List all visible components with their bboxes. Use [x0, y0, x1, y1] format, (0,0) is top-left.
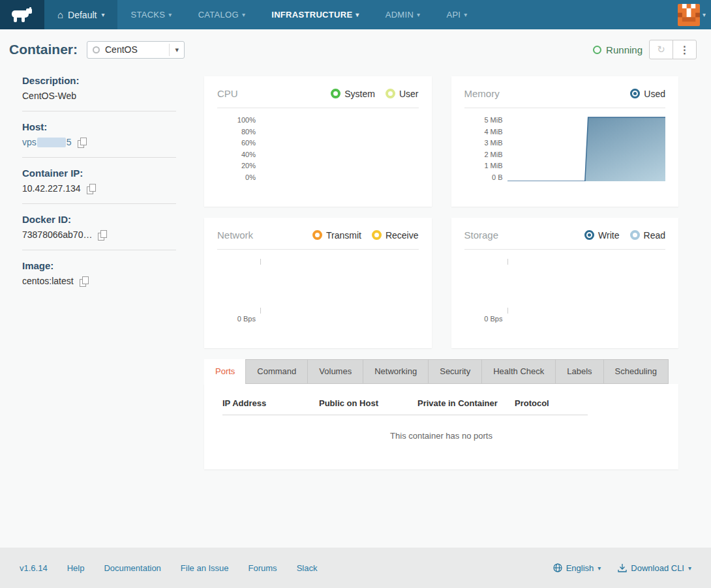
rancher-logo[interactable] [0, 0, 44, 29]
footer: v1.6.14 Help Documentation File an Issue… [0, 548, 711, 588]
chevron-down-icon: ▾ [703, 11, 706, 18]
slack-link[interactable]: Slack [297, 563, 318, 573]
legend-label: Receive [386, 230, 419, 241]
host-name-prefix: vps [22, 137, 37, 147]
status-label: Running [606, 44, 643, 55]
chart-title: Network [217, 229, 253, 241]
restart-button[interactable]: ↻ [649, 40, 673, 59]
avatar-identicon [678, 4, 700, 26]
tab-labels[interactable]: Labels [555, 359, 603, 384]
field-value: 10.42.227.134 [22, 183, 176, 194]
tab-networking[interactable]: Networking [363, 359, 429, 384]
empty-table-message: This container has no ports [222, 431, 660, 441]
storage-y-axis: 0 Bps [464, 257, 507, 323]
copy-icon[interactable] [87, 184, 96, 194]
copy-icon[interactable] [80, 276, 89, 286]
radio-icon [331, 89, 340, 98]
legend-read[interactable]: Read [630, 230, 665, 241]
redacted-text [37, 138, 66, 147]
cpu-legend: System User [331, 89, 418, 99]
field-label: Image: [22, 260, 176, 271]
chart-title: Memory [464, 88, 500, 99]
legend-write[interactable]: Write [584, 230, 619, 241]
legend-system[interactable]: System [331, 89, 375, 99]
download-icon [618, 563, 627, 572]
memory-chart-card: Memory Used 5 MiB [451, 76, 679, 207]
documentation-link[interactable]: Documentation [104, 563, 160, 573]
tab-health-check[interactable]: Health Check [481, 359, 556, 384]
field-label: Description: [22, 75, 176, 86]
nav-item-label: STACKS [130, 10, 165, 20]
nav-item-catalog[interactable]: CATALOG ▾ [198, 10, 246, 20]
footer-links: v1.6.14 Help Documentation File an Issue… [20, 563, 317, 573]
cpu-plot-area [260, 116, 419, 181]
divider [22, 203, 176, 204]
cpu-chart-card: CPU System User [204, 76, 432, 207]
container-select[interactable]: CentOS ▾ [87, 41, 185, 59]
field-docker-id: Docker ID: 73878066ab70… [22, 214, 176, 240]
copy-icon[interactable] [98, 230, 107, 240]
main-menu: STACKS ▾ CATALOG ▾ INFRASTRUCTURE ▾ ADMI… [130, 10, 467, 20]
container-details: Description: CentOS-Web Host: vps 5 Cont… [22, 67, 176, 286]
column-header: Protocol [515, 390, 588, 415]
forums-link[interactable]: Forums [249, 563, 277, 573]
legend-user[interactable]: User [386, 89, 419, 99]
radio-icon [386, 89, 395, 98]
tab-volumes[interactable]: Volumes [307, 359, 363, 384]
more-actions-button[interactable]: ⋮ [673, 40, 697, 59]
network-y-axis: 0 Bps [217, 257, 260, 323]
container-ip-value: 10.42.227.134 [22, 183, 81, 194]
nav-item-admin[interactable]: ADMIN ▾ [386, 10, 421, 20]
version-link[interactable]: v1.6.14 [20, 563, 48, 573]
y-tick: 5 MiB [484, 116, 502, 124]
nav-item-api[interactable]: API ▾ [446, 10, 467, 20]
nav-item-label: ADMIN [386, 10, 414, 20]
user-menu[interactable]: ▾ [678, 4, 711, 26]
field-image: Image: centos:latest [22, 260, 176, 286]
legend-label: System [344, 89, 375, 99]
chevron-down-icon: ▾ [101, 11, 104, 18]
storage-plot-area [507, 257, 666, 323]
y-tick: 0 Bps [484, 315, 502, 323]
legend-used[interactable]: Used [630, 89, 665, 99]
globe-icon [553, 563, 562, 572]
memory-y-axis: 5 MiB 4 MiB 3 MiB 2 MiB 1 MiB 0 B [464, 116, 507, 181]
legend-transmit[interactable]: Transmit [312, 230, 361, 241]
legend-receive[interactable]: Receive [372, 230, 419, 241]
memory-plot-area [507, 116, 666, 181]
tab-ports[interactable]: Ports [204, 359, 246, 384]
y-tick: 0% [245, 173, 256, 181]
page-header: Container: CentOS ▾ Running ↻ ⋮ [0, 29, 711, 67]
storage-legend: Write Read [584, 230, 665, 241]
chart-title: CPU [217, 88, 238, 99]
y-tick: 4 MiB [484, 128, 502, 136]
language-selector[interactable]: English ▾ [553, 563, 601, 573]
copy-icon[interactable] [78, 138, 87, 147]
help-link[interactable]: Help [67, 563, 85, 573]
column-header: Public on Host [319, 390, 417, 415]
column-header: IP Address [222, 390, 319, 415]
radio-icon [372, 230, 382, 240]
chevron-down-icon: ▾ [169, 44, 184, 56]
nav-item-infrastructure[interactable]: INFRASTRUCTURE ▾ [271, 10, 359, 20]
nav-item-stacks[interactable]: STACKS ▾ [130, 10, 172, 20]
legend-label: Write [598, 230, 619, 241]
chevron-down-icon: ▾ [242, 11, 245, 18]
legend-label: Read [644, 230, 665, 241]
file-an-issue-link[interactable]: File an Issue [181, 563, 229, 573]
tab-command[interactable]: Command [245, 359, 308, 384]
download-cli-menu[interactable]: Download CLI ▾ [618, 563, 691, 573]
environment-label: Default [68, 10, 97, 20]
tab-scheduling[interactable]: Scheduling [603, 359, 669, 384]
environment-menu[interactable]: ⌂ Default ▾ [44, 0, 117, 29]
chevron-down-icon: ▾ [168, 11, 172, 18]
tab-security[interactable]: Security [428, 359, 482, 384]
radio-icon [584, 230, 594, 240]
nav-item-label: CATALOG [198, 10, 239, 20]
charts-grid: CPU System User [204, 76, 678, 348]
user-avatar[interactable] [678, 4, 700, 26]
ports-table: IP Address Public on Host Private in Con… [222, 390, 588, 415]
rancher-cow-icon [10, 7, 34, 23]
legend-label: Used [644, 89, 665, 99]
home-icon: ⌂ [57, 9, 63, 20]
